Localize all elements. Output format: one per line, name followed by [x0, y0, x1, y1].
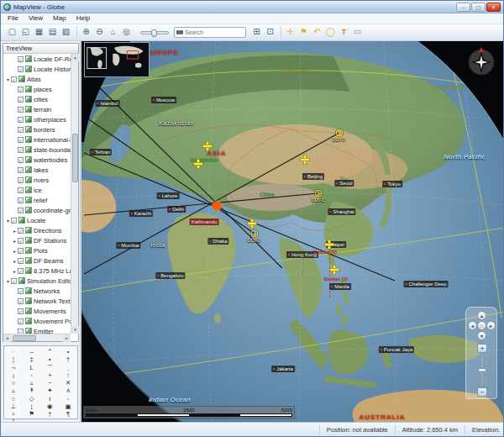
symbol-item[interactable]: ⌒	[41, 364, 60, 371]
layer-checkbox[interactable]: ✓	[11, 218, 17, 224]
layer-checkbox[interactable]: ✓	[18, 147, 24, 153]
measure-tool-icon[interactable]: ▭	[351, 26, 364, 39]
tree-item[interactable]: ▾ ✓ Locate	[3, 215, 71, 225]
compass-icon[interactable]	[466, 46, 496, 76]
symbol-item[interactable]: ·	[4, 348, 23, 355]
symbol-item[interactable]: ⌃	[41, 348, 60, 355]
layer-checkbox[interactable]: ✓	[18, 238, 24, 244]
symbol-item[interactable]: ◉	[41, 403, 60, 410]
symbol-item[interactable]: ↨	[23, 403, 41, 410]
symbol-item[interactable]: ¬	[4, 364, 23, 371]
tree-item[interactable]: ✓ Locate History	[3, 64, 71, 74]
symbol-item[interactable]: †	[59, 355, 77, 363]
symbol-item[interactable]: †	[41, 410, 60, 418]
tree-item[interactable]: ✓ Movement Poin	[3, 316, 71, 326]
open-file-icon[interactable]: ◱	[19, 26, 32, 39]
tree-item[interactable]: ▸ ✓ Directions	[3, 225, 71, 235]
symbol-item[interactable]: +	[41, 371, 60, 379]
print-icon[interactable]: ▤	[46, 26, 59, 39]
layer-checkbox[interactable]: ✓	[18, 208, 24, 213]
layer-checkbox[interactable]: ✓	[18, 107, 24, 113]
symbol-item[interactable]: ◇	[23, 395, 41, 403]
tree-item[interactable]: ▾ ✓ Atlas	[3, 74, 71, 84]
tree-item[interactable]: ✓ borders	[3, 124, 71, 134]
layer-checkbox[interactable]: ✓	[18, 197, 24, 203]
tree-item[interactable]: ✓ Network Texts	[3, 296, 71, 306]
flag-tool-icon[interactable]: ⚑	[297, 26, 310, 39]
symbol-item[interactable]: ⊥	[4, 403, 23, 410]
treeview-header[interactable]: TreeView	[3, 44, 78, 54]
tree-item[interactable]: ✓ relief	[3, 195, 71, 205]
symbol-item[interactable]: ˏ	[59, 364, 77, 371]
symbol-item[interactable]: ∧	[59, 387, 77, 394]
tree-item[interactable]: ▸ ✓ Plots	[3, 245, 71, 255]
zoom-slider[interactable]	[140, 31, 169, 34]
zoom-in-icon[interactable]: ⊕	[80, 26, 92, 39]
layer-checkbox[interactable]: ✓	[11, 76, 17, 82]
symbol-item[interactable]: ♀	[4, 410, 23, 418]
symbol-item[interactable]: ○	[4, 379, 23, 387]
layer-checkbox[interactable]: ✓	[18, 117, 24, 123]
globe-view[interactable]: MoscowIstanbulTehranKarachiLahoreDelhiKa…	[81, 41, 503, 422]
symbol-item[interactable]: –	[23, 348, 41, 355]
zoom-out-button[interactable]: −	[477, 387, 487, 397]
symbol-item[interactable]: ¦	[4, 355, 23, 363]
layer-checkbox[interactable]: ✓	[18, 298, 24, 304]
symbol-item[interactable]: ▣	[59, 403, 77, 410]
layer-checkbox[interactable]: ✓	[18, 97, 24, 103]
symbol-item[interactable]: L	[23, 364, 41, 371]
new-document-icon[interactable]: ▢	[6, 26, 18, 39]
layer-checkbox[interactable]: ✓	[18, 308, 24, 314]
tree-horizontal-scrollbar[interactable]: ◄ ►	[3, 334, 71, 341]
home-button[interactable]: ⌂	[477, 321, 486, 330]
expander-icon[interactable]: ▸	[12, 228, 18, 234]
text-tool-icon[interactable]: T	[338, 26, 350, 39]
symbol-item[interactable]: ¡	[4, 371, 23, 379]
zoom-home-icon[interactable]: ⌂	[107, 26, 119, 39]
menu-item[interactable]: Map	[48, 13, 71, 24]
layer-checkbox[interactable]: ✓	[18, 56, 24, 62]
tree-item[interactable]: ▾ ✓ Simulation Editor	[3, 276, 71, 286]
zoom-out-icon[interactable]: ⊖	[93, 26, 106, 39]
scroll-up-icon[interactable]: ▲	[71, 54, 79, 61]
symbol-item[interactable]: ¶	[59, 410, 77, 418]
zoom-slider-thumb[interactable]	[151, 29, 157, 37]
expander-icon[interactable]: ▾	[5, 76, 11, 82]
tree-item[interactable]: ▸ ✓ 8.375 MHz Local	[3, 266, 71, 276]
symbol-item[interactable]: I	[41, 395, 60, 403]
tree-item[interactable]: ▸ ✓ DF Beams	[3, 255, 71, 266]
layer-checkbox[interactable]: ✓	[18, 87, 24, 92]
maximize-button[interactable]: ▢	[471, 3, 486, 12]
save-icon[interactable]: ▦	[33, 26, 45, 39]
symbol-item[interactable]: ‡	[23, 355, 41, 363]
menu-item[interactable]: Help	[71, 13, 95, 24]
marker-tool-icon[interactable]: ✛	[284, 26, 297, 39]
tree-item[interactable]: ✓ ice	[3, 185, 71, 195]
scroll-left-icon[interactable]: ◄	[3, 334, 11, 342]
expander-icon[interactable]: ▸	[12, 238, 18, 244]
symbol-item[interactable]: ✕	[59, 379, 77, 387]
view-globe-icon[interactable]: ◎	[120, 26, 133, 39]
tree-item[interactable]: ✓ otherplaces	[3, 114, 71, 124]
layer-checkbox[interactable]: ✓	[18, 177, 24, 183]
tree-item[interactable]: ✓ lakes	[3, 165, 71, 175]
symbol-item[interactable]: ▪	[41, 355, 60, 363]
symbol-item[interactable]: ~	[41, 379, 60, 387]
tree-item[interactable]: ▸ ✓ DF Stations	[3, 235, 71, 245]
layer-checkbox[interactable]: ✓	[18, 167, 24, 173]
pan-right-button[interactable]: ▸	[486, 321, 496, 330]
symbol-item[interactable]: •	[59, 348, 77, 355]
tree-item[interactable]: ✓ Emitter	[3, 326, 71, 334]
tree-item[interactable]: ✓ cities	[3, 94, 71, 104]
close-button[interactable]: ✕	[486, 3, 501, 12]
symbol-item[interactable]: ▵	[4, 387, 23, 394]
symbol-item[interactable]: ◦	[59, 395, 77, 403]
layer-checkbox[interactable]: ✓	[18, 137, 24, 143]
symbol-item[interactable]: ↟	[23, 387, 41, 394]
scroll-thumb[interactable]	[72, 134, 78, 182]
scroll-down-icon[interactable]: ▼	[71, 326, 79, 334]
expander-icon[interactable]: ▸	[12, 268, 18, 274]
expander-icon[interactable]: ▾	[5, 218, 11, 224]
tree-item[interactable]: ✓ state-boundarie	[3, 145, 71, 155]
layer-checkbox[interactable]: ✓	[18, 248, 24, 254]
